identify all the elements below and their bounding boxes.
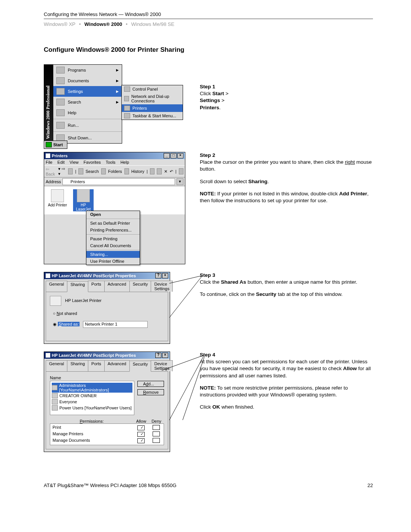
radio-shared-as[interactable]: ◉ Shared as: Network Printer 1 <box>53 321 164 328</box>
start-sidebar: Windows 2000 Professional <box>44 64 53 141</box>
menu-bar[interactable]: File Edit View Favorites Tools Help <box>44 159 185 165</box>
printers-icon <box>124 105 130 111</box>
min-button[interactable]: _ <box>164 153 170 158</box>
properties-dialog-security: HP LaserJet 4V/4MV PostScript Properties… <box>44 351 170 452</box>
user-row[interactable]: Power Users [YourName\Power Users] <box>52 405 132 411</box>
props-tabs[interactable]: General Sharing Ports Advanced Security … <box>44 279 170 292</box>
properties-dialog-sharing: HP LaserJet 4V/4MV PostScript Properties… <box>44 272 170 344</box>
help-button[interactable]: ? <box>155 273 161 278</box>
taskbar-icon <box>124 113 130 118</box>
start-help[interactable]: Help <box>53 107 122 118</box>
props-icon <box>46 273 50 278</box>
props-icon2 <box>46 353 50 358</box>
user-row[interactable]: CREATOR OWNER <box>52 393 132 399</box>
sub-controlpanel[interactable]: Control Panel <box>122 85 183 93</box>
step2-title: Step 2 <box>200 152 215 158</box>
tb-delete-icon[interactable]: ✕ <box>164 169 167 174</box>
group-icon <box>52 405 58 411</box>
deny-checkbox[interactable] <box>153 431 160 436</box>
sub-taskbar[interactable]: Taskbar & Start Menu... <box>122 112 183 120</box>
user-row[interactable]: Administrators [YourName\Administrators] <box>52 383 132 393</box>
up-icon[interactable] <box>68 168 73 174</box>
user-row[interactable]: Everyone <box>52 399 132 405</box>
tb-history-icon[interactable] <box>124 168 129 174</box>
footer-product: AT&T Plug&Share™ Wireless PCI Adapter 10… <box>44 482 177 488</box>
allow-checkbox[interactable]: ✓ <box>137 425 145 430</box>
close-button[interactable]: × <box>177 153 183 158</box>
tab-xp[interactable]: Windows® XP <box>44 21 75 27</box>
user-list[interactable]: Administrators [YourName\Administrators]… <box>50 381 134 415</box>
help-button2[interactable]: ? <box>155 353 161 358</box>
allow-checkbox[interactable]: ✓ <box>137 438 145 443</box>
tab-advanced[interactable]: Advanced <box>104 281 130 292</box>
tb-views-icon[interactable] <box>179 168 183 174</box>
address-bar[interactable]: Address Printers ▾ <box>44 177 185 186</box>
allow-checkbox[interactable]: ✓ <box>137 432 145 437</box>
ctx-default[interactable]: Set as Default Printer <box>86 220 140 227</box>
addr-icon <box>64 179 69 184</box>
toolbar[interactable]: ⇦ Back ▾ ⇨ ▾ | Search Folders History | … <box>44 165 185 177</box>
start-run[interactable]: Run... <box>53 120 122 131</box>
window-titlebar[interactable]: Printers _ □ × <box>44 152 185 159</box>
max-button[interactable]: □ <box>170 153 177 158</box>
ctx-pause[interactable]: Pause Printing <box>86 235 140 242</box>
network-icon <box>124 96 129 101</box>
tb-search-icon[interactable] <box>78 168 83 174</box>
tb-folders-icon[interactable] <box>101 168 106 174</box>
close-button3[interactable]: × <box>162 353 168 358</box>
share-name-input[interactable]: Network Printer 1 <box>83 321 148 328</box>
page-title: Configure Windows® 2000 for Printer Shar… <box>44 46 373 54</box>
controlpanel-icon <box>124 86 130 92</box>
radio-not-shared[interactable]: ○ Not shared <box>53 311 164 316</box>
tab-devset[interactable]: Device Settings <box>151 281 173 292</box>
sub-printers[interactable]: Printers <box>122 104 183 112</box>
ctx-open[interactable]: Open <box>86 211 140 218</box>
printer-big-icon <box>50 296 61 306</box>
tab-ports[interactable]: Ports <box>88 281 105 292</box>
props-tabs2[interactable]: General Sharing Ports Advanced Security … <box>44 359 170 371</box>
ctx-sharing[interactable]: Sharing... <box>86 251 140 258</box>
tb-icon2[interactable] <box>157 168 161 174</box>
start-documents[interactable]: Documents▶ <box>53 75 122 86</box>
sub-network[interactable]: Network and Dial-up Connections <box>122 93 183 104</box>
printer-context-menu[interactable]: Open Set as Default Printer Printing Pre… <box>86 211 140 265</box>
settings-submenu[interactable]: Control Panel Network and Dial-up Connec… <box>121 85 183 120</box>
ctx-prefs[interactable]: Printing Preferences... <box>86 227 140 233</box>
hp-printer-icon[interactable]: HP LaserJet <box>73 189 94 211</box>
tb-icon1[interactable] <box>150 168 155 174</box>
deny-checkbox[interactable] <box>153 425 160 430</box>
address-dropdown[interactable]: ▾ <box>177 178 183 185</box>
close-button2[interactable]: × <box>162 273 168 278</box>
search-icon <box>56 99 65 105</box>
ctx-offline[interactable]: Use Printer Offline <box>86 258 140 265</box>
step1-title: Step 1 <box>200 84 215 89</box>
remove-button[interactable]: Remove <box>137 389 164 395</box>
tab-w2000[interactable]: Windows® 2000 <box>84 21 122 27</box>
start-menu[interactable]: Programs▶ Documents▶ Settings▶ Search▶ H… <box>53 64 122 144</box>
group-icon <box>52 385 57 390</box>
page-number: 22 <box>368 482 373 488</box>
start-programs[interactable]: Programs▶ <box>53 65 122 75</box>
add-printer-icon[interactable]: Add Printer <box>47 189 68 211</box>
perm-row: Manage Documents✓ <box>50 438 164 444</box>
tab-sharing[interactable]: Sharing <box>67 281 88 292</box>
address-input[interactable]: Printers <box>62 178 175 185</box>
settings-icon <box>56 88 65 95</box>
breadcrumb: Configuring the Wireless Network — Windo… <box>44 11 373 19</box>
tab-me98[interactable]: Windows Me/98 SE <box>131 21 174 27</box>
tb-undo-icon[interactable]: ↶ <box>170 169 173 174</box>
deny-checkbox[interactable] <box>153 438 160 443</box>
start-button[interactable]: Start <box>44 141 67 149</box>
step4-title: Step 4 <box>200 352 215 358</box>
start-search[interactable]: Search▶ <box>53 97 122 107</box>
printers-window: Printers _ □ × File Edit View Favorites … <box>44 152 185 264</box>
perm-row: Print✓ <box>50 425 164 431</box>
start-settings[interactable]: Settings▶ <box>53 86 122 97</box>
tab-security[interactable]: Security <box>129 281 151 292</box>
ctx-cancel[interactable]: Cancel All Documents <box>86 242 140 249</box>
tab-general[interactable]: General <box>46 281 67 292</box>
group-icon <box>52 393 58 398</box>
printers-title-icon <box>46 153 50 158</box>
step3-title: Step 3 <box>200 272 215 278</box>
add-button[interactable]: Add... <box>137 381 164 387</box>
